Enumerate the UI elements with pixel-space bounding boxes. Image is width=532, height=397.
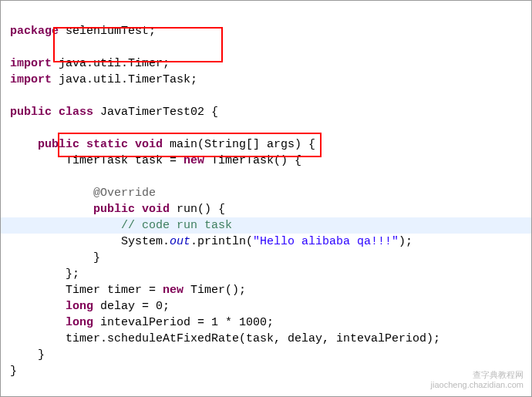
- line-println: System.out.println("Hello alibaba qa!!!"…: [10, 235, 412, 248]
- line-run: public void run() {: [10, 203, 225, 216]
- line-close-class: }: [10, 365, 17, 378]
- line-close-run: }: [10, 251, 100, 264]
- line-import1: import java.util.Timer;: [10, 57, 170, 70]
- line-task-decl: TimerTask task = new TimerTask() {: [10, 154, 301, 167]
- watermark: 查字典教程网 jiaocheng.chazidian.com: [431, 370, 524, 390]
- line-package: package seleniumTest;: [10, 25, 156, 38]
- line-close-anon: };: [10, 267, 79, 281]
- line-import2: import java.util.TimerTask;: [10, 73, 197, 86]
- line-comment-highlighted: // code run task: [1, 217, 531, 234]
- line-interval: long intevalPeriod = 1 * 1000;: [10, 316, 274, 329]
- line-timer-new: Timer timer = new Timer();: [10, 284, 246, 297]
- line-schedule: timer.scheduleAtFixedRate(task, delay, i…: [10, 332, 440, 345]
- line-main: public static void main(String[] args) {: [10, 138, 315, 151]
- line-close-main: }: [10, 348, 45, 362]
- code-editor: package seleniumTest; import java.util.T…: [1, 1, 531, 385]
- line-delay: long delay = 0;: [10, 300, 170, 313]
- line-override: @Override: [10, 187, 156, 200]
- line-class-decl: public class JavaTimerTest02 {: [10, 106, 218, 119]
